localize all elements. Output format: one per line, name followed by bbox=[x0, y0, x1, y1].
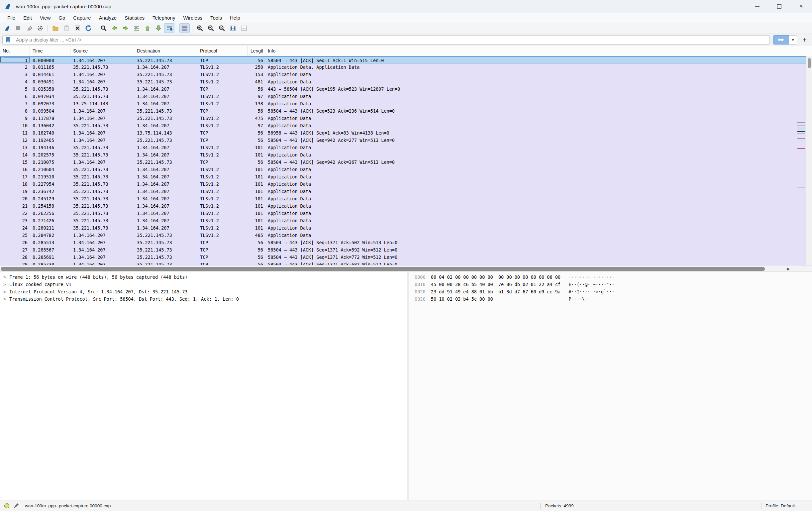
packet-row-1[interactable]: 10.0000001.34.164.20735.221.145.73TCP565… bbox=[0, 56, 806, 63]
minimize-button[interactable] bbox=[746, 0, 768, 12]
menu-view[interactable]: View bbox=[36, 13, 55, 22]
packet-row-2[interactable]: 20.01116535.221.145.731.34.164.207TLSv1.… bbox=[0, 63, 806, 71]
packet-row-4[interactable]: 40.0304911.34.164.20735.221.145.73TLSv1.… bbox=[0, 78, 806, 85]
packet-row-29[interactable]: 290.2857301.34.164.20735.221.145.73TCP56… bbox=[0, 261, 806, 265]
stop-capture-icon[interactable] bbox=[13, 23, 23, 33]
zoom-out-icon[interactable] bbox=[206, 23, 216, 33]
detail-tree-item[interactable]: >Transmission Control Protocol, Src Port… bbox=[0, 295, 407, 303]
column-header-source[interactable]: Source bbox=[70, 46, 134, 56]
detail-tree-item[interactable]: >Frame 1: 56 bytes on wire (448 bits), 5… bbox=[0, 274, 407, 281]
layout-icon[interactable] bbox=[238, 23, 249, 33]
packet-row-7[interactable]: 70.09207313.75.114.1431.34.164.207TLSv1.… bbox=[0, 100, 806, 107]
detail-tree-item[interactable]: >Internet Protocol Version 4, Src: 1.34.… bbox=[0, 288, 407, 295]
expand-chevron-icon[interactable]: > bbox=[3, 288, 9, 295]
packet-row-5[interactable]: 50.03535835.221.145.731.34.164.207TCP564… bbox=[0, 85, 806, 93]
column-header-time[interactable]: Time bbox=[30, 46, 70, 56]
packet-row-21[interactable]: 210.25415835.221.145.731.34.164.207TLSv1… bbox=[0, 202, 806, 210]
packet-row-19[interactable]: 190.23674235.221.145.731.34.164.207TLSv1… bbox=[0, 188, 806, 195]
packet-row-23[interactable]: 230.27142635.221.145.731.34.164.207TLSv1… bbox=[0, 217, 806, 224]
hex-offset: 0030 bbox=[415, 296, 426, 302]
packet-row-15[interactable]: 150.2100751.34.164.20735.221.145.73TCP56… bbox=[0, 159, 806, 166]
packet-row-10[interactable]: 100.13604235.221.145.731.34.164.207TLSv1… bbox=[0, 122, 806, 129]
column-header-lengtl[interactable]: Lengtl bbox=[248, 46, 265, 56]
expand-chevron-icon[interactable]: > bbox=[3, 274, 9, 281]
cell-destination: 1.34.164.207 bbox=[134, 210, 197, 217]
column-header-no[interactable]: No. bbox=[0, 46, 30, 56]
hex-row[interactable]: 0020 23 dd 91 49 e4 88 01 bb b1 3d d7 67… bbox=[415, 288, 812, 295]
column-header-protocol[interactable]: Protocol bbox=[197, 46, 248, 56]
resize-columns-icon[interactable] bbox=[228, 23, 238, 33]
menu-go[interactable]: Go bbox=[55, 13, 69, 22]
status-profile[interactable]: Profile: Default bbox=[761, 503, 812, 508]
packet-row-14[interactable]: 140.20257535.221.145.731.34.164.207TLSv1… bbox=[0, 151, 806, 159]
packet-row-11[interactable]: 110.1827401.34.164.20713.75.114.143TCP56… bbox=[0, 129, 806, 137]
expand-chevron-icon[interactable]: > bbox=[3, 281, 9, 288]
packet-row-20[interactable]: 200.24512935.221.145.731.34.164.207TLSv1… bbox=[0, 195, 806, 202]
packet-row-3[interactable]: 30.0144611.34.164.20735.221.145.73TLSv1.… bbox=[0, 71, 806, 78]
packet-row-6[interactable]: 60.04703435.221.145.731.34.164.207TLSv1.… bbox=[0, 93, 806, 100]
horizontal-scrollbar-thumb[interactable] bbox=[1, 267, 765, 271]
packet-row-8[interactable]: 80.0995041.34.164.20735.221.145.73TCP565… bbox=[0, 107, 806, 115]
menu-analyze[interactable]: Analyze bbox=[95, 13, 121, 22]
zoom-original-icon[interactable] bbox=[216, 23, 227, 33]
packet-row-17[interactable]: 170.21951035.221.145.731.34.164.207TLSv1… bbox=[0, 173, 806, 180]
find-packet-icon[interactable] bbox=[98, 23, 109, 33]
restart-capture-icon[interactable] bbox=[24, 23, 34, 33]
hex-row[interactable]: 0030 50 10 02 03 b4 5c 00 00 P····\·· bbox=[415, 295, 812, 303]
start-capture-icon[interactable] bbox=[2, 23, 12, 33]
pane-splitter[interactable] bbox=[407, 272, 409, 501]
add-filter-button[interactable]: + bbox=[800, 35, 810, 45]
menu-tools[interactable]: Tools bbox=[206, 13, 226, 22]
menu-statistics[interactable]: Statistics bbox=[121, 13, 148, 22]
packet-row-12[interactable]: 120.1924651.34.164.20735.221.145.73TCP56… bbox=[0, 137, 806, 144]
packet-row-27[interactable]: 270.2855671.34.164.20735.221.145.73TCP56… bbox=[0, 246, 806, 254]
open-file-icon[interactable] bbox=[50, 23, 60, 33]
menu-help[interactable]: Help bbox=[226, 13, 244, 22]
go-to-top-icon[interactable] bbox=[142, 23, 152, 33]
expand-chevron-icon[interactable]: > bbox=[3, 295, 9, 303]
menu-capture[interactable]: Capture bbox=[69, 13, 95, 22]
display-filter-input[interactable]: Apply a display filter ... <Ctrl-/> bbox=[2, 35, 770, 45]
packet-row-18[interactable]: 180.22795435.221.145.731.34.164.207TLSv1… bbox=[0, 180, 806, 188]
scroll-right-arrow-icon[interactable]: ▶ bbox=[787, 266, 790, 271]
reload-file-icon[interactable] bbox=[83, 23, 93, 33]
packet-row-16[interactable]: 160.21060435.221.145.731.34.164.207TLSv1… bbox=[0, 166, 806, 173]
zoom-in-icon[interactable] bbox=[195, 23, 205, 33]
close-button[interactable]: × bbox=[790, 0, 812, 12]
hex-row[interactable]: 0010 45 00 00 28 c6 b5 40 00 7e 06 db 02… bbox=[415, 281, 812, 288]
colorize-icon[interactable] bbox=[179, 23, 190, 33]
filter-bookmark-icon[interactable] bbox=[3, 35, 13, 44]
go-back-icon[interactable] bbox=[109, 23, 120, 33]
menu-file[interactable]: File bbox=[3, 13, 19, 22]
maximize-button[interactable] bbox=[768, 0, 790, 12]
packet-row-25[interactable]: 250.2847821.34.164.20735.221.145.73TLSv1… bbox=[0, 232, 806, 239]
packet-row-9[interactable]: 90.1178781.34.164.20735.221.145.73TLSv1.… bbox=[0, 115, 806, 122]
menu-wireless[interactable]: Wireless bbox=[179, 13, 206, 22]
hex-row[interactable]: 0000 00 04 02 00 00 00 00 00 00 00 00 00… bbox=[415, 274, 812, 281]
packet-row-24[interactable]: 240.28021135.221.145.731.34.164.207TLSv1… bbox=[0, 224, 806, 232]
cell-length: 153 bbox=[248, 71, 265, 78]
go-forward-icon[interactable] bbox=[120, 23, 130, 33]
vertical-scrollbar-thumb[interactable] bbox=[808, 58, 811, 68]
apply-filter-button[interactable] bbox=[773, 35, 789, 45]
menu-edit[interactable]: Edit bbox=[19, 13, 36, 22]
column-header-destination[interactable]: Destination bbox=[134, 46, 197, 56]
menu-telephony[interactable]: Telephony bbox=[148, 13, 179, 22]
column-header-info[interactable]: Info bbox=[265, 46, 812, 56]
capture-comment-icon[interactable] bbox=[13, 503, 19, 508]
save-file-icon[interactable] bbox=[61, 23, 71, 33]
packet-row-26[interactable]: 260.2855131.34.164.20735.221.145.73TCP56… bbox=[0, 239, 806, 246]
capture-options-icon[interactable] bbox=[35, 23, 45, 33]
detail-tree-item[interactable]: >Linux cooked capture v1 bbox=[0, 281, 407, 288]
packet-row-28[interactable]: 280.2856911.34.164.20735.221.145.73TCP56… bbox=[0, 254, 806, 261]
filter-dropdown-caret[interactable]: ▼ bbox=[789, 35, 797, 45]
expert-info-icon[interactable] bbox=[4, 503, 10, 509]
horizontal-scrollbar[interactable]: ▶ bbox=[0, 266, 812, 272]
close-file-icon[interactable] bbox=[72, 23, 82, 33]
packet-row-13[interactable]: 130.19414635.221.145.731.34.164.207TLSv1… bbox=[0, 144, 806, 151]
packet-row-22[interactable]: 220.26225635.221.145.731.34.164.207TLSv1… bbox=[0, 210, 806, 217]
vertical-scrollbar[interactable] bbox=[806, 56, 812, 265]
go-to-bottom-icon[interactable] bbox=[153, 23, 164, 33]
go-to-packet-icon[interactable] bbox=[131, 23, 142, 33]
auto-scroll-icon[interactable] bbox=[164, 23, 174, 33]
